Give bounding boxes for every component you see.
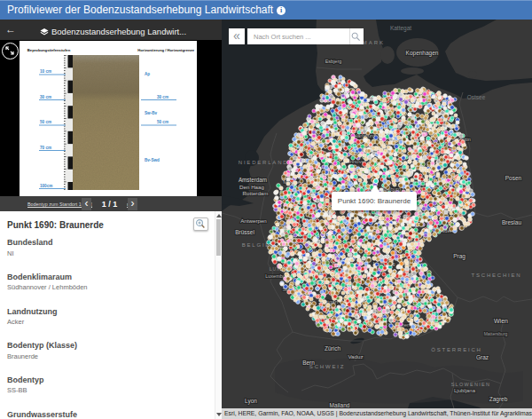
svg-text:Mattersburg: Mattersburg xyxy=(484,331,508,336)
svg-text:100cm: 100cm xyxy=(40,184,52,188)
svg-text:NIEDERLANDE: NIEDERLANDE xyxy=(239,160,293,165)
svg-text:Breslau: Breslau xyxy=(502,219,521,225)
svg-text:FRANKREICH: FRANKREICH xyxy=(222,367,223,372)
svg-text:30 cm: 30 cm xyxy=(40,95,51,99)
svg-text:50 cm: 50 cm xyxy=(40,120,51,124)
svg-text:Esbjerg: Esbjerg xyxy=(325,59,342,64)
svg-text:Ljubljana: Ljubljana xyxy=(454,388,476,393)
svg-text:Zürich: Zürich xyxy=(325,345,340,352)
svg-text:Kattegat: Kattegat xyxy=(390,25,411,32)
svg-text:Vaduz: Vaduz xyxy=(348,353,363,360)
svg-text:Ap: Ap xyxy=(145,72,150,76)
svg-text:30 cm: 30 cm xyxy=(157,95,168,99)
svg-text:SCHWEIZ: SCHWEIZ xyxy=(309,364,345,369)
svg-text:Kopenhagen: Kopenhagen xyxy=(406,50,439,57)
svg-text:Mailand: Mailand xyxy=(330,402,350,408)
svg-text:Sw-Bv: Sw-Bv xyxy=(145,111,157,115)
svg-text:TSCHECHIEN: TSCHECHIEN xyxy=(471,273,521,278)
svg-text:Wien: Wien xyxy=(494,318,508,324)
svg-text:Beprobungstiefenstufen: Beprobungstiefenstufen xyxy=(27,48,71,52)
svg-text:Rotterdam: Rotterdam xyxy=(243,190,269,196)
svg-text:Prag: Prag xyxy=(453,253,466,260)
svg-text:Zagreb: Zagreb xyxy=(489,396,508,403)
svg-text:ÖSTERREICH: ÖSTERREICH xyxy=(431,347,481,352)
svg-text:Ostsee: Ostsee xyxy=(467,94,486,100)
svg-text:Bv-Swd: Bv-Swd xyxy=(145,158,160,162)
svg-text:Horizontierung / Horizontgrenz: Horizontierung / Horizontgrenze xyxy=(137,48,194,52)
svg-text:Antwerpen: Antwerpen xyxy=(240,217,267,224)
svg-text:10 cm: 10 cm xyxy=(40,69,51,74)
svg-text:SLOWENIEN: SLOWENIEN xyxy=(451,382,491,387)
svg-text:Graz: Graz xyxy=(476,354,489,360)
svg-text:Den Haag: Den Haag xyxy=(239,184,264,190)
svg-text:70 cm: 70 cm xyxy=(40,146,51,150)
svg-text:Amsterdam: Amsterdam xyxy=(239,177,267,183)
svg-text:Brüssel: Brüssel xyxy=(235,229,254,235)
svg-text:Posen: Posen xyxy=(505,175,522,181)
svg-text:Lyon: Lyon xyxy=(245,398,257,405)
svg-text:50 cm: 50 cm xyxy=(157,120,168,124)
